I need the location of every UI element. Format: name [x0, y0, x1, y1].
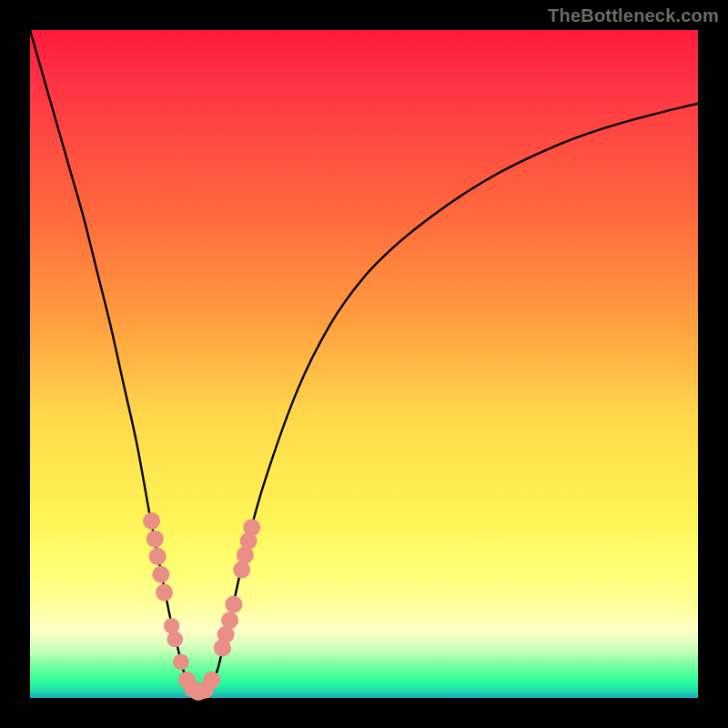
curve-marker	[243, 519, 260, 536]
curve-marker	[164, 618, 180, 634]
curve-marker	[167, 632, 183, 648]
curve-marker	[149, 548, 167, 565]
watermark-text: TheBottleneck.com	[548, 5, 719, 26]
chart-frame: TheBottleneck.com	[0, 0, 728, 728]
curve-marker	[143, 512, 160, 530]
curve-markers	[143, 512, 260, 701]
curve-marker	[147, 531, 164, 548]
curve-marker	[233, 561, 250, 579]
bottleneck-curve	[30, 30, 698, 693]
curve-marker	[156, 583, 173, 601]
chart-svg	[30, 30, 698, 698]
curve-marker	[221, 612, 238, 629]
curve-marker	[173, 654, 189, 671]
curve-marker	[203, 672, 220, 689]
curve-marker	[152, 566, 169, 583]
curve-marker	[225, 596, 242, 613]
